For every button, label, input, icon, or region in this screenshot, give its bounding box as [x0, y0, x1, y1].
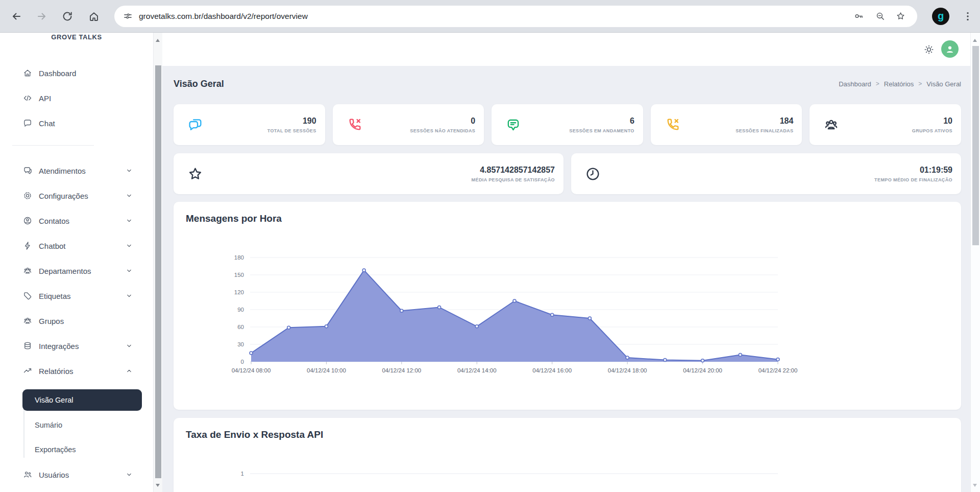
stat-card-media-pesquisa-de-satisfacao: 4.857142857142857MÉDIA PESQUISA DE SATIS…: [174, 153, 564, 194]
password-key-icon[interactable]: [853, 11, 864, 21]
stat-value: 4.857142857142857: [472, 166, 555, 175]
sidebar-subitem-sumario[interactable]: Sumário: [0, 415, 153, 435]
stat-value: 190: [267, 116, 316, 126]
stat-label: SESSÕES FINALIZADAS: [736, 128, 793, 133]
stat-card-sessoes-em-andamento: 6SESSÕES EM ANDAMENTO: [492, 104, 643, 145]
site-settings-icon[interactable]: [122, 11, 133, 21]
chevron-down-icon: [126, 217, 133, 224]
phone-x-icon: [346, 116, 363, 133]
people-icon: [22, 266, 33, 276]
window-scrollbar-thumb[interactable]: [972, 46, 979, 245]
svg-text:04/12/24 10:00: 04/12/24 10:00: [307, 367, 346, 373]
scroll-up-arrow-icon[interactable]: [156, 39, 160, 42]
svg-text:04/12/24 22:00: 04/12/24 22:00: [758, 367, 798, 373]
chevron-down-icon: [126, 342, 133, 349]
sidebar-item-usuarios[interactable]: Usuários: [0, 464, 153, 485]
theme-brightness-icon[interactable]: [923, 44, 935, 55]
sidebar-item-configuracoes[interactable]: Configurações: [0, 185, 153, 206]
sidebar-item-api[interactable]: API: [0, 88, 153, 108]
sidebar-item-relatorios[interactable]: Relatórios: [0, 361, 153, 381]
stat-label: TOTAL DE SESSÕES: [267, 128, 316, 133]
page-header-row: Visão Geral Dashboard>Relatórios>Visão G…: [174, 76, 961, 92]
sidebar-scrollbar-thumb[interactable]: [155, 65, 161, 478]
sidebar-item-etiquetas[interactable]: Etiquetas: [0, 286, 153, 306]
url-bar-text: grovetalks.com.br/dashboard/v2/report/ov…: [139, 6, 308, 27]
stat-text-block: 10GRUPOS ATIVOS: [912, 116, 952, 133]
stat-card-grupos-ativos: 10GRUPOS ATIVOS: [810, 104, 961, 145]
svg-text:04/12/24 12:00: 04/12/24 12:00: [382, 367, 421, 373]
breadcrumb-item-dashboard[interactable]: Dashboard: [839, 80, 871, 88]
sidebar-item-dashboard[interactable]: Dashboard: [0, 63, 153, 83]
sidebar-item-chat[interactable]: Chat: [0, 113, 153, 133]
svg-text:04/12/24 16:00: 04/12/24 16:00: [532, 367, 572, 373]
browser-profile-avatar[interactable]: g: [932, 8, 949, 25]
stat-value: 01:19:59: [874, 166, 952, 175]
zoom-out-icon[interactable]: [875, 11, 886, 21]
star-icon: [187, 166, 204, 182]
url-bar[interactable]: grovetalks.com.br/dashboard/v2/report/ov…: [114, 6, 917, 27]
sidebar-item-label: Grupos: [39, 317, 64, 325]
sidebar-item-departamentos[interactable]: Departamentos: [0, 261, 153, 281]
messages-per-hour-chart: 030609012015018004/12/24 08:0004/12/24 1…: [174, 202, 961, 410]
page-title: Visão Geral: [174, 79, 224, 89]
svg-text:04/12/24 20:00: 04/12/24 20:00: [683, 367, 722, 373]
sidebar-item-label: Relatórios: [39, 367, 74, 376]
group-icon: [823, 116, 840, 133]
svg-text:04/12/24 08:00: 04/12/24 08:00: [232, 367, 271, 373]
stat-label: TEMPO MÉDIO DE FINALIZAÇÃO: [874, 177, 952, 182]
sidebar-item-label: Chat: [39, 119, 55, 128]
top-header-bar: [162, 33, 970, 66]
clock-icon: [584, 166, 601, 182]
svg-text:0: 0: [241, 359, 244, 365]
forward-arrow-icon[interactable]: [36, 10, 48, 22]
breadcrumb-item-relatorios[interactable]: Relatórios: [884, 80, 914, 88]
scroll-up-arrow-icon[interactable]: [973, 39, 977, 42]
home-button-icon[interactable]: [88, 10, 100, 22]
chat-icon: [22, 118, 33, 128]
stat-card-sessoes-finalizadas: 184SESSÕES FINALIZADAS: [651, 104, 802, 145]
sidebar: GROVE TALKS DashboardAPIChatAtendimentos…: [0, 33, 153, 492]
scroll-down-arrow-icon[interactable]: [156, 484, 160, 487]
stat-value: 184: [736, 116, 793, 126]
main-content: Visão Geral Dashboard>Relatórios>Visão G…: [162, 33, 970, 492]
breadcrumb: Dashboard>Relatórios>Visão Geral: [839, 80, 961, 88]
sidebar-item-chatbot[interactable]: Chatbot: [0, 236, 153, 256]
reload-icon[interactable]: [61, 10, 74, 22]
sidebar-item-label: Configurações: [39, 192, 88, 200]
sidebar-item-contatos[interactable]: Contatos: [0, 210, 153, 231]
menu-kebab-icon[interactable]: [962, 10, 974, 22]
stat-card-tempo-medio-de-finalizacao: 01:19:59TEMPO MÉDIO DE FINALIZAÇÃO: [571, 153, 961, 194]
code-icon: [22, 93, 33, 103]
svg-text:1: 1: [241, 471, 244, 477]
svg-text:120: 120: [234, 289, 244, 295]
stat-value: 0: [410, 116, 475, 126]
sidebar-item-grupos[interactable]: Grupos: [0, 311, 153, 331]
users-icon: [22, 470, 33, 480]
sidebar-divider: [12, 145, 94, 146]
stat-label: GRUPOS ATIVOS: [912, 128, 952, 133]
back-arrow-icon[interactable]: [10, 10, 22, 22]
sidebar-item-integracoes[interactable]: Integrações: [0, 336, 153, 356]
app-logo: GROVE TALKS: [0, 33, 153, 41]
stat-text-block: 190TOTAL DE SESSÕES: [267, 116, 316, 133]
sidebar-item-atendimentos[interactable]: Atendimentos: [0, 160, 153, 181]
stat-card-sessoes-nao-atendidas: 0SESSÕES NÃO ATENDIDAS: [333, 104, 484, 145]
svg-text:150: 150: [234, 272, 244, 278]
chevron-up-icon: [126, 367, 133, 374]
tag-icon: [22, 291, 33, 301]
gear-icon: [22, 191, 33, 201]
scroll-down-arrow-icon[interactable]: [973, 484, 977, 487]
sidebar-item-label: Contatos: [39, 217, 69, 225]
stat-text-block: 0SESSÕES NÃO ATENDIDAS: [410, 116, 475, 133]
stat-text-block: 6SESSÕES EM ANDAMENTO: [569, 116, 634, 133]
user-avatar-icon[interactable]: [941, 40, 959, 58]
stats-row-1: 190TOTAL DE SESSÕES0SESSÕES NÃO ATENDIDA…: [174, 104, 961, 145]
stats-row-2: 4.857142857142857MÉDIA PESQUISA DE SATIS…: [174, 153, 961, 194]
api-send-response-chart: 1: [174, 418, 961, 492]
sidebar-subitem-visao-geral[interactable]: Visão Geral: [22, 389, 142, 411]
stat-value: 10: [912, 116, 952, 126]
svg-text:90: 90: [237, 307, 244, 313]
sidebar-submenu: Visão GeralSumárioExportações: [0, 386, 153, 460]
bookmark-star-icon[interactable]: [895, 11, 906, 21]
sidebar-subitem-exportacoes[interactable]: Exportações: [0, 439, 153, 460]
